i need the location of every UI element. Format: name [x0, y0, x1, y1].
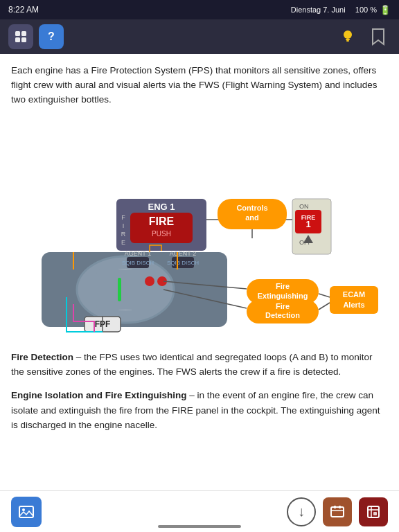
svg-text:ECAM: ECAM — [343, 290, 365, 299]
orange-action-button[interactable] — [323, 497, 352, 526]
image-icon — [18, 504, 35, 520]
engine-isolation-section: Engine Isolation and Fire Extinguishing … — [11, 388, 388, 433]
svg-rect-2 — [15, 37, 20, 42]
red-action-icon — [366, 504, 381, 520]
svg-text:Fire: Fire — [276, 302, 290, 310]
svg-text:SQIB DISCH: SQIB DISCH — [167, 260, 199, 266]
svg-text:R: R — [121, 231, 126, 238]
svg-text:and: and — [245, 213, 259, 222]
bookmark-button[interactable] — [366, 24, 391, 49]
svg-rect-6 — [346, 40, 349, 42]
svg-point-13 — [145, 276, 154, 286]
intro-text: Each engine has a Fire Protection System… — [11, 64, 388, 107]
bookmark-icon — [371, 28, 386, 46]
svg-text:AGENT 2: AGENT 2 — [170, 250, 196, 257]
status-signal: 100 % — [355, 6, 377, 14]
svg-text:FIRE: FIRE — [149, 215, 175, 227]
red-action-button[interactable] — [359, 497, 388, 526]
home-indicator — [158, 525, 241, 528]
download-button[interactable]: ↓ — [287, 497, 316, 526]
orange-action-icon — [330, 504, 345, 520]
diagram-svg: FPF ENG 1 FIRE PUSH AGENT 1 AGENT 2 SQIB… — [11, 117, 388, 339]
fire-detection-bold: Fire Detection — [11, 352, 73, 362]
svg-rect-64 — [334, 506, 336, 508]
download-icon: ↓ — [298, 504, 305, 520]
svg-text:E: E — [121, 239, 125, 246]
svg-text:Fire: Fire — [276, 282, 290, 290]
status-date: Dienstag 7. Juni — [291, 6, 346, 14]
battery-icon: 🔋 — [380, 5, 391, 15]
svg-text:SQIB DISCH: SQIB DISCH — [122, 260, 154, 266]
svg-line-57 — [319, 303, 330, 310]
fire-detection-section: Fire Detection – the FPS uses two identi… — [11, 350, 388, 380]
svg-text:PUSH: PUSH — [152, 230, 171, 238]
svg-text:ON: ON — [299, 203, 309, 210]
content-area: Each engine has a Fire Protection System… — [0, 54, 399, 490]
status-bar: 8:22 AM Dienstag 7. Juni 100 % 🔋 — [0, 0, 399, 19]
bulb-icon — [339, 28, 357, 46]
question-icon: ? — [48, 30, 55, 43]
svg-rect-65 — [339, 506, 341, 508]
svg-rect-0 — [15, 31, 20, 36]
image-button[interactable] — [11, 497, 42, 527]
svg-text:1: 1 — [305, 219, 310, 229]
svg-text:Controls: Controls — [236, 204, 267, 212]
svg-text:I: I — [123, 222, 125, 229]
svg-rect-60 — [19, 506, 33, 517]
svg-rect-12 — [118, 278, 121, 301]
svg-rect-5 — [346, 39, 350, 40]
svg-point-4 — [344, 30, 352, 39]
svg-text:F: F — [121, 214, 125, 221]
svg-rect-62 — [331, 507, 344, 517]
diagram-container: FPF ENG 1 FIRE PUSH AGENT 1 AGENT 2 SQIB… — [11, 117, 388, 339]
svg-line-56 — [319, 294, 330, 297]
svg-rect-10 — [96, 269, 154, 310]
status-time-date: 8:22 AM — [8, 5, 39, 15]
nav-bar: ? — [0, 19, 399, 54]
svg-text:Extinguishing: Extinguishing — [258, 292, 308, 300]
engine-isolation-bold: Engine Isolation and Fire Extinguishing — [11, 390, 187, 400]
svg-rect-3 — [21, 37, 26, 42]
svg-text:Alerts: Alerts — [343, 301, 364, 309]
svg-text:AGENT 1: AGENT 1 — [125, 250, 151, 257]
grid-button[interactable] — [8, 24, 33, 49]
svg-rect-66 — [368, 506, 379, 517]
svg-rect-1 — [21, 31, 26, 36]
bulb-button[interactable] — [335, 24, 360, 49]
svg-point-61 — [22, 508, 25, 511]
help-button[interactable]: ? — [39, 24, 64, 49]
svg-text:ENG 1: ENG 1 — [148, 202, 175, 212]
svg-text:Detection: Detection — [265, 311, 300, 319]
svg-rect-69 — [373, 512, 377, 515]
grid-icon — [14, 30, 28, 44]
